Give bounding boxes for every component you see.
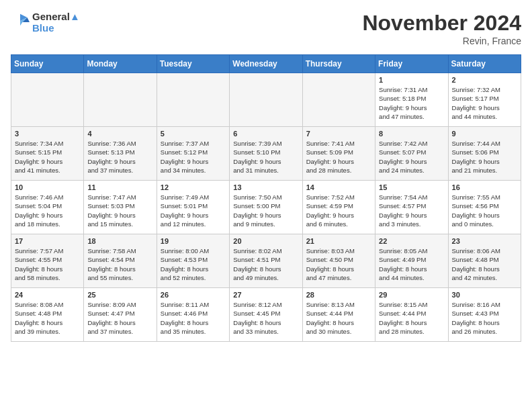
day-info: Sunrise: 8:16 AMSunset: 4:43 PMDaylight:…	[452, 300, 517, 336]
calendar-cell: 20Sunrise: 8:02 AMSunset: 4:51 PMDayligh…	[230, 234, 302, 288]
day-info: Sunrise: 7:42 AMSunset: 5:07 PMDaylight:…	[379, 139, 444, 175]
calendar-cell: 19Sunrise: 8:00 AMSunset: 4:53 PMDayligh…	[157, 234, 229, 288]
day-number: 13	[233, 183, 298, 191]
calendar-cell: 14Sunrise: 7:52 AMSunset: 4:59 PMDayligh…	[302, 181, 375, 234]
calendar-cell: 7Sunrise: 7:41 AMSunset: 5:09 PMDaylight…	[302, 127, 375, 181]
day-info: Sunrise: 7:39 AMSunset: 5:10 PMDaylight:…	[233, 139, 298, 175]
weekday-header-row: SundayMondayTuesdayWednesdayThursdayFrid…	[11, 55, 521, 73]
week-row-1: 1Sunrise: 7:31 AMSunset: 5:18 PMDaylight…	[11, 73, 521, 127]
calendar-cell: 8Sunrise: 7:42 AMSunset: 5:07 PMDaylight…	[375, 127, 448, 181]
day-number: 18	[87, 237, 152, 245]
day-info: Sunrise: 7:46 AMSunset: 5:04 PMDaylight:…	[15, 193, 80, 228]
calendar-cell	[84, 73, 157, 127]
day-info: Sunrise: 7:55 AMSunset: 4:56 PMDaylight:…	[452, 193, 517, 228]
calendar-cell: 16Sunrise: 7:55 AMSunset: 4:56 PMDayligh…	[448, 181, 521, 234]
calendar-cell: 9Sunrise: 7:44 AMSunset: 5:06 PMDaylight…	[448, 127, 521, 181]
day-number: 26	[161, 291, 226, 299]
day-number: 21	[306, 237, 371, 245]
day-info: Sunrise: 7:41 AMSunset: 5:09 PMDaylight:…	[306, 139, 371, 175]
calendar-cell: 2Sunrise: 7:32 AMSunset: 5:17 PMDaylight…	[448, 73, 521, 127]
day-info: Sunrise: 7:44 AMSunset: 5:06 PMDaylight:…	[452, 139, 517, 175]
day-number: 27	[233, 291, 298, 299]
weekday-header-wednesday: Wednesday	[230, 55, 302, 73]
day-info: Sunrise: 8:02 AMSunset: 4:51 PMDaylight:…	[233, 246, 298, 282]
weekday-header-tuesday: Tuesday	[157, 55, 229, 73]
weekday-header-friday: Friday	[375, 55, 448, 73]
day-info: Sunrise: 8:15 AMSunset: 4:44 PMDaylight:…	[379, 300, 444, 336]
day-number: 9	[452, 130, 517, 138]
day-number: 16	[452, 183, 517, 191]
day-number: 30	[452, 291, 517, 299]
calendar-cell	[157, 73, 229, 127]
day-number: 28	[306, 291, 371, 299]
day-info: Sunrise: 8:11 AMSunset: 4:46 PMDaylight:…	[161, 300, 226, 336]
day-number: 19	[161, 237, 226, 245]
day-number: 20	[233, 237, 298, 245]
page-header: General▲ Blue November 2024 Revin, Franc…	[11, 11, 521, 46]
day-info: Sunrise: 8:05 AMSunset: 4:49 PMDaylight:…	[379, 246, 444, 282]
day-info: Sunrise: 8:08 AMSunset: 4:48 PMDaylight:…	[15, 300, 80, 336]
day-info: Sunrise: 7:49 AMSunset: 5:01 PMDaylight:…	[161, 193, 226, 228]
day-info: Sunrise: 7:47 AMSunset: 5:03 PMDaylight:…	[87, 193, 152, 228]
day-info: Sunrise: 7:31 AMSunset: 5:18 PMDaylight:…	[379, 85, 444, 121]
day-number: 14	[306, 183, 371, 191]
weekday-header-saturday: Saturday	[448, 55, 521, 73]
location: Revin, France	[362, 36, 521, 46]
day-number: 8	[379, 130, 444, 138]
calendar-cell: 12Sunrise: 7:49 AMSunset: 5:01 PMDayligh…	[157, 181, 229, 234]
day-info: Sunrise: 7:34 AMSunset: 5:15 PMDaylight:…	[15, 139, 80, 175]
calendar-cell	[230, 73, 302, 127]
day-info: Sunrise: 7:50 AMSunset: 5:00 PMDaylight:…	[233, 193, 298, 228]
day-number: 3	[15, 130, 80, 138]
calendar-cell: 21Sunrise: 8:03 AMSunset: 4:50 PMDayligh…	[302, 234, 375, 288]
week-row-5: 24Sunrise: 8:08 AMSunset: 4:48 PMDayligh…	[11, 288, 521, 342]
day-number: 1	[379, 76, 444, 84]
calendar-cell: 17Sunrise: 7:57 AMSunset: 4:55 PMDayligh…	[11, 234, 84, 288]
day-number: 17	[15, 237, 80, 245]
day-info: Sunrise: 8:12 AMSunset: 4:45 PMDaylight:…	[233, 300, 298, 336]
day-info: Sunrise: 8:13 AMSunset: 4:44 PMDaylight:…	[306, 300, 371, 336]
calendar-cell: 23Sunrise: 8:06 AMSunset: 4:48 PMDayligh…	[448, 234, 521, 288]
day-number: 4	[87, 130, 152, 138]
calendar-cell: 5Sunrise: 7:37 AMSunset: 5:12 PMDaylight…	[157, 127, 229, 181]
day-number: 7	[306, 130, 371, 138]
week-row-3: 10Sunrise: 7:46 AMSunset: 5:04 PMDayligh…	[11, 181, 521, 234]
day-info: Sunrise: 7:32 AMSunset: 5:17 PMDaylight:…	[452, 85, 517, 121]
calendar-cell: 28Sunrise: 8:13 AMSunset: 4:44 PMDayligh…	[302, 288, 375, 342]
day-info: Sunrise: 7:37 AMSunset: 5:12 PMDaylight:…	[161, 139, 226, 175]
weekday-header-thursday: Thursday	[302, 55, 375, 73]
day-number: 29	[379, 291, 444, 299]
calendar-cell: 26Sunrise: 8:11 AMSunset: 4:46 PMDayligh…	[157, 288, 229, 342]
day-info: Sunrise: 7:58 AMSunset: 4:54 PMDaylight:…	[87, 246, 152, 282]
day-number: 5	[161, 130, 226, 138]
day-info: Sunrise: 7:36 AMSunset: 5:13 PMDaylight:…	[87, 139, 152, 175]
calendar-cell: 4Sunrise: 7:36 AMSunset: 5:13 PMDaylight…	[84, 127, 157, 181]
day-number: 11	[87, 183, 152, 191]
day-number: 6	[233, 130, 298, 138]
week-row-2: 3Sunrise: 7:34 AMSunset: 5:15 PMDaylight…	[11, 127, 521, 181]
day-number: 12	[161, 183, 226, 191]
calendar-cell: 6Sunrise: 7:39 AMSunset: 5:10 PMDaylight…	[230, 127, 302, 181]
day-info: Sunrise: 8:09 AMSunset: 4:47 PMDaylight:…	[87, 300, 152, 336]
weekday-header-sunday: Sunday	[11, 55, 84, 73]
calendar-cell: 15Sunrise: 7:54 AMSunset: 4:57 PMDayligh…	[375, 181, 448, 234]
day-number: 10	[15, 183, 80, 191]
day-info: Sunrise: 7:57 AMSunset: 4:55 PMDaylight:…	[15, 246, 80, 282]
day-number: 25	[87, 291, 152, 299]
calendar-cell: 1Sunrise: 7:31 AMSunset: 5:18 PMDaylight…	[375, 73, 448, 127]
calendar-cell: 22Sunrise: 8:05 AMSunset: 4:49 PMDayligh…	[375, 234, 448, 288]
day-info: Sunrise: 7:52 AMSunset: 4:59 PMDaylight:…	[306, 193, 371, 228]
calendar-cell	[302, 73, 375, 127]
logo-icon	[11, 13, 30, 32]
month-title: November 2024	[362, 11, 521, 36]
day-info: Sunrise: 7:54 AMSunset: 4:57 PMDaylight:…	[379, 193, 444, 228]
day-info: Sunrise: 8:03 AMSunset: 4:50 PMDaylight:…	[306, 246, 371, 282]
weekday-header-monday: Monday	[84, 55, 157, 73]
logo-text: General▲ Blue	[32, 11, 80, 34]
calendar-cell: 25Sunrise: 8:09 AMSunset: 4:47 PMDayligh…	[84, 288, 157, 342]
day-info: Sunrise: 8:06 AMSunset: 4:48 PMDaylight:…	[452, 246, 517, 282]
calendar-cell	[11, 73, 84, 127]
calendar-cell: 30Sunrise: 8:16 AMSunset: 4:43 PMDayligh…	[448, 288, 521, 342]
day-number: 2	[452, 76, 517, 84]
calendar-cell: 11Sunrise: 7:47 AMSunset: 5:03 PMDayligh…	[84, 181, 157, 234]
